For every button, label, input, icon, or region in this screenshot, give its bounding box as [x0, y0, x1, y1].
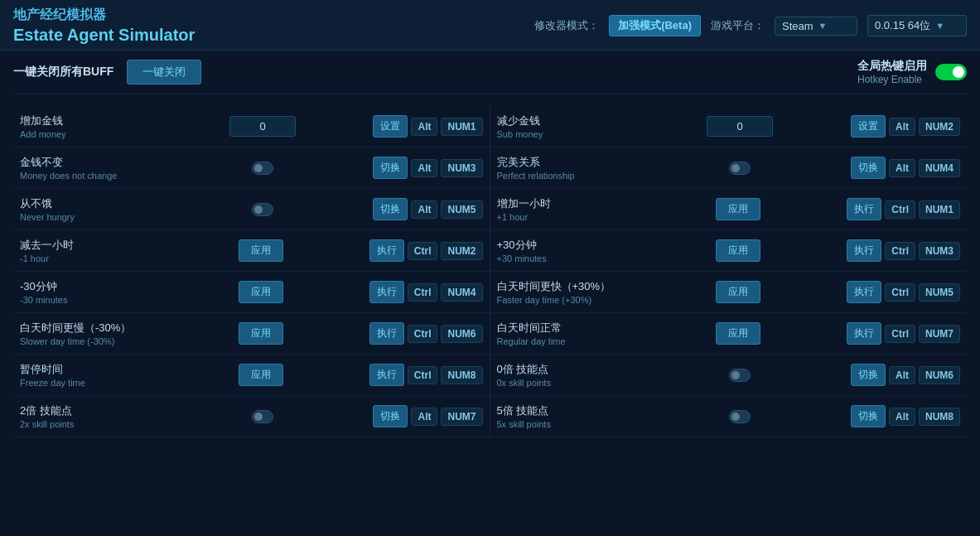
- top-right: 全局热键启用 Hotkey Enable: [857, 59, 967, 85]
- feature-two-skill: 2倍 技能点 2x skill points 切换 Alt NUM7: [13, 396, 490, 437]
- minus-30min-en: -30 minutes: [20, 295, 152, 305]
- never-hungry-cn: 从不饿: [20, 196, 152, 211]
- mode-badge[interactable]: 加强模式(Beta): [609, 15, 701, 36]
- perfect-rel-toggle[interactable]: [729, 162, 751, 175]
- five-skill-toggle-btn[interactable]: 切换: [851, 405, 886, 427]
- version-chevron-icon: ▼: [935, 21, 944, 31]
- sub-money-cn: 减少金钱: [497, 113, 630, 128]
- never-hungry-toggle[interactable]: [252, 203, 273, 216]
- add-one-hour-exec-btn[interactable]: 执行: [847, 198, 881, 220]
- regular-day-exec-btn[interactable]: 执行: [847, 322, 881, 345]
- zero-skill-mod: Alt: [889, 366, 915, 384]
- never-hungry-info: 从不饿 Never hungry: [20, 196, 152, 222]
- money-no-change-toggle-btn[interactable]: 切换: [373, 157, 408, 179]
- slower-day-apply-btn[interactable]: 应用: [239, 322, 283, 345]
- money-no-change-key: NUM3: [441, 159, 482, 177]
- freeze-day-key: NUM8: [441, 366, 482, 384]
- add-30min-en: +30 minutes: [497, 254, 630, 263]
- add-one-hour-mod: Ctrl: [885, 200, 915, 219]
- minus-30min-exec-btn[interactable]: 执行: [369, 281, 404, 303]
- add-money-set-btn[interactable]: 设置: [373, 115, 408, 138]
- slower-day-mod: Ctrl: [408, 325, 438, 343]
- minus-30min-hotkey: 执行 Ctrl NUM4: [369, 281, 483, 303]
- minus-one-hour-exec-btn[interactable]: 执行: [369, 239, 404, 262]
- hotkey-toggle[interactable]: [935, 64, 967, 80]
- sub-money-set-btn[interactable]: 设置: [851, 115, 886, 138]
- row-7: 暂停时间 Freeze day time 应用 执行 Ctrl NUM8 0倍 …: [13, 355, 967, 396]
- minus-one-hour-mod: Ctrl: [408, 242, 438, 260]
- money-no-change-toggle[interactable]: [252, 162, 273, 175]
- money-no-change-en: Money does not change: [20, 171, 152, 181]
- zero-skill-toggle[interactable]: [729, 369, 751, 382]
- perfect-rel-info: 完美关系 Perfect relationship: [497, 155, 630, 181]
- regular-day-apply-btn[interactable]: 应用: [716, 322, 760, 345]
- regular-day-info: 白天时间正常 Regular day time: [497, 321, 630, 346]
- never-hungry-mod: Alt: [411, 200, 437, 219]
- slower-day-exec-btn[interactable]: 执行: [369, 322, 404, 345]
- minus-one-hour-apply-btn[interactable]: 应用: [239, 239, 283, 262]
- feature-sub-money: 减少金钱 Sub money 设置 Alt NUM2: [490, 106, 968, 147]
- never-hungry-toggle-btn[interactable]: 切换: [373, 198, 408, 220]
- minus-one-hour-key: NUM2: [441, 242, 482, 260]
- title-block: 地产经纪模拟器 Estate Agent Simulator: [13, 7, 195, 45]
- regular-day-hotkey: 执行 Ctrl NUM7: [847, 322, 960, 345]
- platform-select[interactable]: Steam ▼: [775, 17, 857, 36]
- zero-skill-en: 0x skill points: [497, 378, 630, 388]
- slower-day-control: 应用: [159, 322, 363, 345]
- add-one-hour-info: 增加一小时 +1 hour: [497, 196, 630, 222]
- hotkey-labels: 全局热键启用 Hotkey Enable: [857, 59, 927, 85]
- feature-perfect-relationship: 完美关系 Perfect relationship 切换 Alt NUM4: [490, 147, 968, 188]
- perfect-rel-toggle-btn[interactable]: 切换: [851, 157, 886, 179]
- add-one-hour-en: +1 hour: [497, 212, 630, 222]
- faster-day-apply-btn[interactable]: 应用: [716, 281, 760, 303]
- platform-value: Steam: [782, 20, 813, 32]
- sub-money-info: 减少金钱 Sub money: [497, 113, 630, 139]
- feature-slower-day: 白天时间更慢（-30%） Slower day time (-30%) 应用 执…: [13, 313, 490, 354]
- minus-30min-apply-btn[interactable]: 应用: [239, 281, 283, 303]
- feature-add-one-hour: 增加一小时 +1 hour 应用 执行 Ctrl NUM1: [490, 189, 968, 229]
- five-skill-hotkey: 切换 Alt NUM8: [851, 405, 960, 427]
- add-one-hour-apply-btn[interactable]: 应用: [716, 198, 760, 220]
- feature-minus-30min: -30分钟 -30 minutes 应用 执行 Ctrl NUM4: [13, 272, 490, 312]
- two-skill-toggle-btn[interactable]: 切换: [373, 405, 408, 427]
- money-no-change-control: [159, 162, 366, 175]
- hotkey-en: Hotkey Enable: [857, 74, 927, 85]
- freeze-day-exec-btn[interactable]: 执行: [369, 364, 404, 386]
- two-skill-info: 2倍 技能点 2x skill points: [20, 403, 152, 429]
- close-all-label: 一键关闭所有BUFF: [13, 65, 113, 80]
- mode-label: 修改器模式：: [534, 18, 599, 33]
- freeze-day-apply-btn[interactable]: 应用: [239, 364, 283, 386]
- add-money-input[interactable]: [229, 116, 296, 137]
- perfect-rel-cn: 完美关系: [497, 155, 630, 170]
- features-grid: 增加金钱 Add money 设置 Alt NUM1 减少金钱 Sub mone…: [13, 106, 967, 437]
- freeze-day-mod: Ctrl: [408, 366, 438, 384]
- close-all-button[interactable]: 一键关闭: [127, 60, 201, 85]
- platform-label: 游戏平台：: [711, 18, 765, 33]
- perfect-rel-mod: Alt: [889, 159, 915, 177]
- add-30min-exec-btn[interactable]: 执行: [847, 239, 881, 262]
- perfect-rel-control: [636, 162, 844, 175]
- version-select[interactable]: 0.0.15 64位 ▼: [867, 15, 967, 36]
- two-skill-toggle[interactable]: [252, 410, 273, 423]
- zero-skill-toggle-btn[interactable]: 切换: [851, 364, 886, 386]
- faster-day-key: NUM5: [919, 283, 960, 302]
- add-30min-apply-btn[interactable]: 应用: [716, 239, 760, 262]
- two-skill-cn: 2倍 技能点: [20, 403, 152, 418]
- faster-day-exec-btn[interactable]: 执行: [847, 281, 881, 303]
- five-skill-cn: 5倍 技能点: [497, 403, 630, 418]
- faster-day-cn: 白天时间更快（+30%）: [497, 279, 630, 294]
- perfect-rel-hotkey: 切换 Alt NUM4: [851, 157, 960, 179]
- five-skill-toggle[interactable]: [729, 410, 751, 423]
- regular-day-key: NUM7: [919, 325, 960, 343]
- two-skill-hotkey: 切换 Alt NUM7: [373, 405, 482, 427]
- never-hungry-key: NUM5: [441, 200, 482, 219]
- zero-skill-control: [636, 369, 844, 382]
- feature-never-hungry: 从不饿 Never hungry 切换 Alt NUM5: [13, 189, 490, 229]
- minus-30min-mod: Ctrl: [408, 283, 438, 302]
- add-one-hour-cn: 增加一小时: [497, 196, 630, 211]
- faster-day-hotkey: 执行 Ctrl NUM5: [847, 281, 960, 303]
- sub-money-input[interactable]: [707, 116, 773, 137]
- hotkey-cn: 全局热键启用: [857, 59, 927, 74]
- feature-add-30min: +30分钟 +30 minutes 应用 执行 Ctrl NUM3: [490, 230, 968, 271]
- zero-skill-info: 0倍 技能点 0x skill points: [497, 362, 630, 388]
